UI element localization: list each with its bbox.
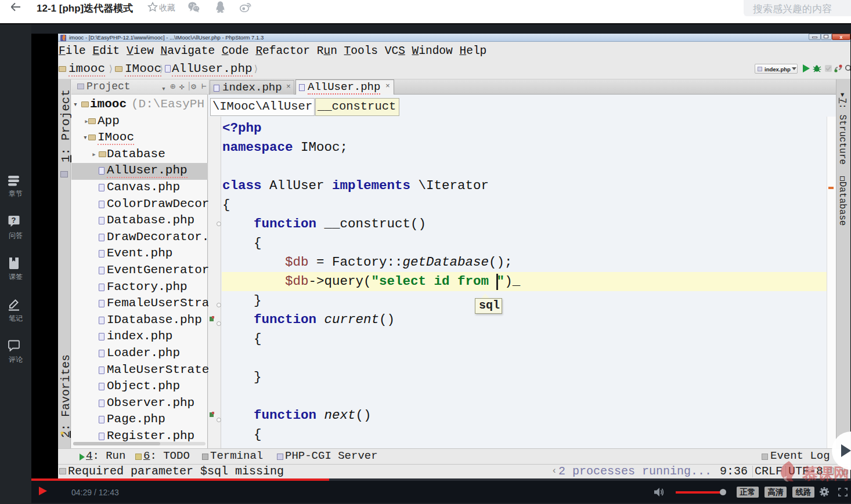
svg-text:?: ? <box>12 216 16 224</box>
